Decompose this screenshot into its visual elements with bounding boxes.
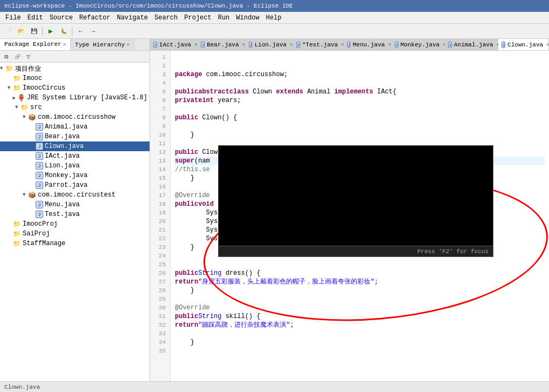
package-explorer-label: Package Explorer	[4, 41, 62, 48]
menu-source[interactable]: Source	[46, 13, 76, 23]
run-btn[interactable]: ▶	[45, 25, 57, 37]
editor-tab[interactable]: JBear.java✕	[198, 39, 245, 50]
sidebar-tree-item[interactable]: 📁StaffManage	[0, 239, 150, 248]
sidebar-tabs: Package Explorer ✕ Type Hierarchy ✕	[0, 39, 150, 51]
close-package-explorer[interactable]: ✕	[63, 42, 66, 48]
tab-file-icon: J	[448, 42, 452, 48]
sidebar-tree-item[interactable]: JParrot.java	[0, 180, 150, 190]
tree-arrow: ▼	[8, 85, 13, 91]
sidebar-tree-item[interactable]: ▶🏺JRE System Library [JavaSE-1.8]	[0, 93, 150, 103]
tab-file-icon: J	[153, 42, 157, 48]
menu-edit[interactable]: Edit	[24, 13, 46, 23]
line-number: 7	[150, 105, 168, 113]
sidebar-tree-item[interactable]: 📁ImoocProj	[0, 219, 150, 229]
sidebar-tree-item[interactable]: JAnimal.java	[0, 122, 150, 132]
tree-item-label: ImoocCircus	[23, 84, 65, 92]
line-number: 12	[150, 148, 168, 157]
tab-close-btn[interactable]: ✕	[388, 42, 391, 48]
sidebar-tree-item[interactable]: 📁Imooc	[0, 73, 150, 83]
tree-indent	[0, 191, 23, 199]
sidebar-tree-item[interactable]: JIAct.java	[0, 151, 150, 161]
sidebar-tree-item[interactable]: 📁SaiProj	[0, 229, 150, 239]
tree-arrow: ▶	[12, 95, 17, 101]
editor-tab[interactable]: JIAct.java✕	[150, 39, 198, 50]
tab-close-btn[interactable]: ✕	[194, 42, 197, 48]
line-number: 20	[150, 217, 168, 226]
save-btn[interactable]: 💾	[28, 25, 40, 37]
code-line: public Clown() {	[175, 113, 545, 122]
code-line	[175, 53, 545, 62]
sidebar-tree-item[interactable]: JMonkey.java	[0, 171, 150, 180]
sidebar-toolbar: ⊟ 🔗 ▽	[0, 51, 150, 63]
line-number: 28	[150, 286, 168, 295]
tab-close-btn[interactable]: ✕	[242, 42, 245, 48]
code-line: public String dress() {	[175, 269, 545, 278]
menu-window[interactable]: Window	[233, 13, 262, 23]
sidebar-tree-item[interactable]: ▼📁src	[0, 103, 150, 112]
line-number: 29	[150, 295, 168, 303]
new-btn[interactable]: 📄	[2, 25, 14, 37]
sidebar-tree-item[interactable]: ▼📁ImoocCircus	[0, 83, 150, 93]
tab-file-icon: J	[201, 42, 205, 48]
link-editor-btn[interactable]: 🔗	[12, 52, 22, 62]
title-bar: eclipse-workspace - ImoocCircus/src/com/…	[0, 0, 549, 12]
editor-tab[interactable]: JClown.java✕	[498, 39, 549, 50]
tab-type-hierarchy[interactable]: Type Hierarchy ✕	[71, 39, 134, 50]
menu-file[interactable]: File	[2, 13, 24, 23]
code-content[interactable]: package com.imooc.circusshow; public abs…	[171, 51, 549, 381]
close-type-hierarchy[interactable]: ✕	[126, 42, 129, 48]
autocomplete-popup[interactable]: Press 'F2' for focus	[218, 145, 493, 257]
sidebar-tree-item[interactable]: ▼📦com.imooc.circusshow	[0, 112, 150, 122]
autocomplete-hint: Press 'F2' for focus	[417, 247, 489, 256]
tree-item-label: Clown.java	[45, 143, 84, 150]
line-number: 18	[150, 200, 168, 208]
tree-icon: J	[36, 172, 43, 179]
tree-indent	[0, 104, 15, 111]
sidebar-content[interactable]: ▼📁项目作业 📁Imooc ▼📁ImoocCircus ▶🏺JRE System…	[0, 63, 150, 381]
tree-item-label: JRE System Library [JavaSE-1.8]	[27, 94, 147, 102]
tree-indent	[0, 133, 30, 140]
menu-search[interactable]: Search	[151, 13, 181, 23]
sidebar-tree-item[interactable]: JLion.java	[0, 161, 150, 171]
line-number: 22	[150, 234, 168, 243]
forward-btn[interactable]: →	[87, 25, 99, 37]
menu-refactor[interactable]: Refactor	[76, 13, 114, 23]
collapse-all-btn[interactable]: ⊟	[2, 52, 11, 62]
debug-btn[interactable]: 🐛	[58, 25, 70, 37]
sidebar-tree-item[interactable]: JMenu.java	[0, 200, 150, 209]
code-area[interactable]: 1234567891011121314151617181920212223242…	[150, 51, 549, 381]
tab-file-icon: J	[296, 42, 300, 48]
sidebar-tree-item[interactable]: JTest.java	[0, 209, 150, 219]
sidebar-tree-item[interactable]: ▼📁项目作业	[0, 64, 150, 73]
line-number: 17	[150, 191, 168, 200]
menu-run[interactable]: Run	[215, 13, 233, 23]
tab-label: Bear.java	[207, 42, 239, 48]
editor-tab[interactable]: JMonkey.java✕	[391, 39, 445, 50]
sidebar-tree-item[interactable]: JClown.java	[0, 141, 150, 151]
code-line	[175, 260, 545, 269]
tree-indent	[0, 181, 30, 189]
tree-item-label: com.imooc.circusshow	[38, 113, 116, 121]
sidebar-tree-item[interactable]: ▼📦com.imooc.circustest	[0, 190, 150, 200]
editor-tab[interactable]: JAnimal.java✕	[445, 39, 498, 50]
tab-close-btn[interactable]: ✕	[546, 42, 549, 48]
menu-project[interactable]: Project	[181, 13, 214, 23]
line-number: 26	[150, 269, 168, 278]
sidebar-tree-item[interactable]: JBear.java	[0, 132, 150, 141]
tree-icon: 📁	[13, 84, 21, 92]
tab-close-btn[interactable]: ✕	[290, 42, 293, 48]
menu-help[interactable]: Help	[263, 13, 285, 23]
editor-tab[interactable]: J*Test.java✕	[293, 39, 344, 50]
tab-package-explorer[interactable]: Package Explorer ✕	[0, 39, 71, 50]
line-number: 30	[150, 303, 168, 312]
sidebar-menu-btn[interactable]: ▽	[23, 52, 33, 62]
tree-arrow: ▼	[0, 66, 5, 71]
line-number: 6	[150, 96, 168, 105]
open-btn[interactable]: 📂	[15, 25, 27, 37]
back-btn[interactable]: ←	[74, 25, 86, 37]
editor-tab[interactable]: JLion.java✕	[246, 39, 293, 50]
tree-icon: J	[36, 133, 43, 140]
menu-navigate[interactable]: Navigate	[113, 13, 151, 23]
editor-tab[interactable]: JMenu.java✕	[344, 39, 391, 50]
code-line: }	[175, 286, 545, 295]
